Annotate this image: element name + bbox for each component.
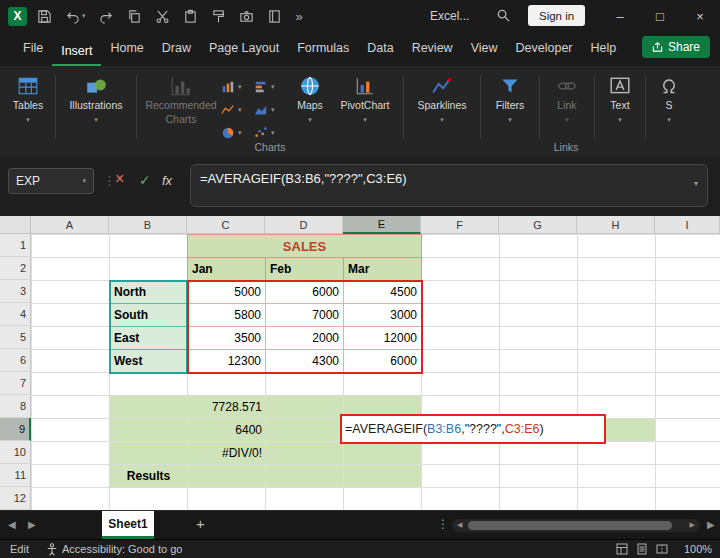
sheet-nav-right-icon[interactable]: ▶: [28, 519, 36, 530]
accessibility-status[interactable]: Accessibility: Good to go: [62, 543, 182, 555]
filters-button[interactable]: Filters ▾: [486, 73, 534, 125]
column-header-b[interactable]: B: [109, 216, 187, 234]
tab-home[interactable]: Home: [101, 41, 152, 66]
row-header-12[interactable]: 12: [0, 487, 31, 510]
tab-formulas[interactable]: Formulas: [288, 41, 358, 66]
column-header-d[interactable]: D: [265, 216, 343, 234]
maximize-button[interactable]: □: [640, 0, 680, 32]
cell-d3[interactable]: 6000: [265, 280, 344, 304]
close-button[interactable]: ×: [680, 0, 720, 32]
tabbar-more-icon[interactable]: ⋮: [437, 517, 449, 531]
tab-data[interactable]: Data: [358, 41, 402, 66]
cell-c9-averageif[interactable]: 6400: [187, 418, 266, 442]
cell-c4[interactable]: 5800: [187, 303, 266, 327]
cell-c3[interactable]: 5000: [187, 280, 266, 304]
tab-insert[interactable]: Insert: [52, 44, 101, 67]
row-header-7[interactable]: 7: [0, 372, 31, 395]
scroll-right-icon[interactable]: ▶: [690, 521, 695, 529]
column-header-f[interactable]: F: [421, 216, 499, 234]
cell-b11-results-label[interactable]: Results: [109, 464, 188, 488]
column-header-i[interactable]: I: [655, 216, 720, 234]
paste-icon[interactable]: [183, 9, 198, 24]
row-header-6[interactable]: 6: [0, 349, 31, 372]
cancel-entry-button[interactable]: ×: [115, 170, 124, 188]
cell-c10-div0-error[interactable]: #DIV/0!: [187, 441, 266, 465]
expand-formula-bar-icon[interactable]: ▾: [694, 179, 698, 188]
cell-d5[interactable]: 2000: [265, 326, 344, 350]
row-header-11[interactable]: 11: [0, 464, 31, 487]
text-button[interactable]: Text ▾: [600, 73, 640, 125]
cell-d6[interactable]: 4300: [265, 349, 344, 373]
column-header-e[interactable]: E: [343, 216, 421, 234]
cut-icon[interactable]: [155, 9, 170, 24]
scroll-left-icon[interactable]: ◀: [457, 521, 462, 529]
page-layout-view-icon[interactable]: [636, 543, 648, 555]
link-button[interactable]: Link ▾: [545, 73, 589, 125]
row-header-1[interactable]: 1: [0, 234, 31, 257]
row-header-4[interactable]: 4: [0, 303, 31, 326]
maps-button[interactable]: Maps ▾: [288, 73, 332, 125]
tab-review[interactable]: Review: [403, 41, 462, 66]
sign-in-button[interactable]: Sign in: [528, 5, 585, 26]
cell-jan[interactable]: Jan: [187, 257, 266, 281]
cell-e4[interactable]: 3000: [343, 303, 422, 327]
row-header-2[interactable]: 2: [0, 257, 31, 280]
undo-icon[interactable]: ▾: [65, 9, 86, 24]
symbols-button[interactable]: S ▾: [651, 73, 687, 125]
tab-developer[interactable]: Developer: [507, 41, 582, 66]
column-header-a[interactable]: A: [31, 216, 109, 234]
tab-draw[interactable]: Draw: [153, 41, 200, 66]
cell-e3[interactable]: 4500: [343, 280, 422, 304]
cell-east[interactable]: East: [109, 326, 188, 350]
sheet-tab-sheet1[interactable]: Sheet1: [102, 511, 154, 539]
toolbar-overflow-icon[interactable]: »: [296, 9, 303, 24]
format-painter-icon[interactable]: [211, 9, 226, 24]
tab-help[interactable]: Help: [582, 41, 626, 66]
zoom-level[interactable]: 100%: [684, 543, 712, 555]
insert-function-button[interactable]: fx: [162, 173, 172, 188]
cell-c6[interactable]: 12300: [187, 349, 266, 373]
column-header-c[interactable]: C: [187, 216, 265, 234]
cell-south[interactable]: South: [109, 303, 188, 327]
cell-sales-title[interactable]: SALES: [187, 234, 422, 258]
page-break-preview-icon[interactable]: [656, 543, 668, 555]
formula-input[interactable]: =AVERAGEIF(B3:B6,"????",C3:E6) ▾: [190, 164, 708, 207]
tab-page-layout[interactable]: Page Layout: [200, 41, 288, 66]
enter-entry-button[interactable]: ✓: [139, 172, 151, 188]
row-header-3[interactable]: 3: [0, 280, 31, 303]
cell-north[interactable]: North: [109, 280, 188, 304]
tab-view[interactable]: View: [462, 41, 507, 66]
row-header-9[interactable]: 9: [0, 418, 31, 441]
area-chart-button[interactable]: ▾: [254, 98, 287, 121]
cell-e5[interactable]: 12000: [343, 326, 422, 350]
column-header-g[interactable]: G: [499, 216, 577, 234]
horizontal-scrollbar[interactable]: ◀ ▶: [452, 519, 700, 532]
illustrations-button[interactable]: Illustrations ▾: [61, 73, 131, 125]
row-header-5[interactable]: 5: [0, 326, 31, 349]
minimize-button[interactable]: –: [600, 0, 640, 32]
tab-scroll-far-right-icon[interactable]: ▶: [707, 519, 715, 530]
cell-e9-formula-edit[interactable]: =AVERAGEIF( B3:B6 ,"????", C3:E6 ): [340, 414, 606, 444]
notebook-icon[interactable]: [267, 9, 282, 24]
cell-c5[interactable]: 3500: [187, 326, 266, 350]
share-button[interactable]: Share: [642, 36, 710, 58]
tables-button[interactable]: Tables ▾: [6, 73, 50, 125]
row-header-10[interactable]: 10: [0, 441, 31, 464]
name-box[interactable]: EXP ▾: [8, 168, 94, 194]
tab-file[interactable]: File: [14, 41, 52, 66]
normal-view-icon[interactable]: [616, 543, 628, 555]
row-header-8[interactable]: 8: [0, 395, 31, 418]
column-header-h[interactable]: H: [577, 216, 655, 234]
cell-mar[interactable]: Mar: [343, 257, 422, 281]
bar-chart-button[interactable]: ▾: [254, 75, 287, 98]
cell-e6[interactable]: 6000: [343, 349, 422, 373]
cell-west[interactable]: West: [109, 349, 188, 373]
line-chart-button[interactable]: ▾: [221, 98, 254, 121]
sheet-nav-left-icon[interactable]: ◀: [8, 519, 16, 530]
save-icon[interactable]: [37, 9, 52, 24]
cell-c8-average[interactable]: 7728.571: [187, 395, 266, 419]
scrollbar-thumb[interactable]: [468, 521, 672, 530]
select-all-corner[interactable]: [0, 216, 31, 234]
camera-icon[interactable]: [239, 9, 254, 24]
cell-d4[interactable]: 7000: [265, 303, 344, 327]
